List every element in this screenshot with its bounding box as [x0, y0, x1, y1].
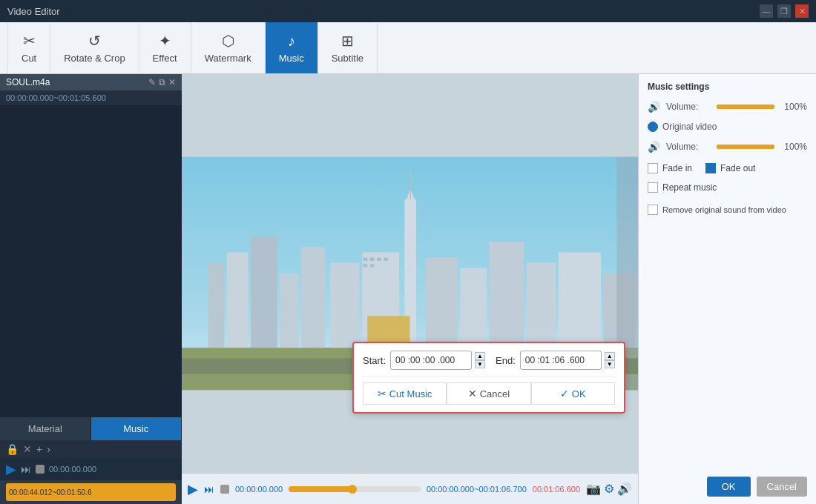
end-time-input[interactable]	[520, 351, 602, 370]
cut-music-dialog: Start: ▲ ▼ End:	[352, 342, 625, 414]
orig-vol-slider[interactable]	[717, 145, 774, 149]
vt-play-button[interactable]: ▶	[188, 481, 198, 497]
close-file-btn[interactable]: ✕	[168, 77, 176, 87]
video-preview: Start: ▲ ▼ End:	[182, 74, 638, 473]
end-time-spinner: ▲ ▼	[605, 352, 615, 368]
svg-rect-18	[363, 258, 368, 261]
left-stop-btn[interactable]	[36, 465, 45, 474]
edit-icon-btn[interactable]: ✎	[148, 77, 156, 87]
subtitle-icon: ⊞	[341, 32, 354, 50]
tab-music[interactable]: ♪ Music	[266, 22, 318, 73]
music-vol-icon: 🔊	[648, 101, 660, 113]
end-time-input-group: ▲ ▼	[520, 351, 615, 370]
vt-play2-button[interactable]: ⏭	[204, 483, 214, 495]
tab-cut-label: Cut	[22, 53, 36, 64]
vt-progress-fill	[289, 486, 352, 492]
vt-camera-icon[interactable]: 📷	[586, 482, 601, 496]
vt-start-time: 00:00:00.000	[235, 485, 283, 494]
cut-cancel-label: Cancel	[480, 388, 510, 399]
vt-progress-bar[interactable]	[289, 486, 421, 492]
vt-end-time: 00:01:06.600	[533, 485, 580, 494]
music-vol-pct: 100%	[780, 102, 807, 112]
music-vol-slider[interactable]	[717, 105, 774, 109]
svg-rect-15	[527, 263, 556, 348]
svg-rect-2	[208, 263, 224, 348]
repeat-music-row: Repeat music	[648, 182, 807, 193]
fade-in-checkbox[interactable]	[648, 163, 658, 173]
repeat-checkbox[interactable]	[648, 182, 658, 193]
restore-button[interactable]: ❒	[777, 4, 791, 18]
left-add-icon[interactable]: +	[36, 443, 42, 455]
svg-rect-12	[426, 258, 458, 348]
svg-rect-10	[330, 263, 359, 348]
vt-volume-icon[interactable]: 🔊	[617, 482, 632, 496]
left-step-btn[interactable]: ⏭	[21, 463, 31, 475]
tab-music-label: Music	[279, 53, 304, 64]
svg-rect-4	[251, 236, 277, 348]
vt-settings-icon[interactable]: ⚙	[604, 482, 614, 496]
end-time-down[interactable]: ▼	[605, 360, 615, 368]
fade-out-checkbox[interactable]	[705, 163, 716, 173]
cancel-button[interactable]: Cancel	[757, 477, 807, 497]
left-current-time: 00:00:00.000	[49, 465, 96, 474]
left-nav-icon[interactable]: ›	[47, 443, 50, 455]
material-tab-btn[interactable]: Material	[0, 417, 91, 440]
svg-rect-6	[301, 247, 325, 348]
orig-vol-label: Volume:	[666, 142, 711, 152]
music-tab-btn[interactable]: Music	[91, 417, 182, 440]
tab-cut[interactable]: ✂ Cut	[7, 22, 50, 73]
original-video-label: Original video	[662, 122, 717, 132]
start-time-input[interactable]	[390, 351, 472, 370]
copy-icon-btn[interactable]: ⧉	[159, 77, 165, 87]
cancel-icon: ✕	[468, 388, 477, 399]
minimize-button[interactable]: —	[760, 4, 773, 18]
timestamp-label: 00:00:00.000~00:01:05.600	[0, 90, 182, 105]
video-area: Start: ▲ ▼ End:	[182, 74, 638, 504]
vt-stop-button[interactable]	[220, 485, 229, 494]
tab-subtitle-label: Subtitle	[332, 53, 363, 64]
left-play-btn[interactable]: ▶	[6, 461, 16, 477]
tab-effect-label: Effect	[153, 53, 177, 64]
original-video-radio[interactable]	[648, 122, 658, 132]
svg-rect-19	[370, 258, 375, 261]
rotate-icon: ↺	[88, 32, 101, 50]
cut-cancel-button[interactable]: ✕ Cancel	[447, 382, 530, 405]
file-tab-icons: ✎ ⧉ ✕	[148, 77, 176, 87]
left-playback: ▶ ⏭ 00:00:00.000	[0, 458, 182, 480]
fade-in-label: Fade in	[662, 163, 692, 173]
cut-ok-button[interactable]: ✓ OK	[531, 382, 615, 405]
original-vol-row: 🔊 Volume: 100%	[648, 141, 807, 153]
start-time-up[interactable]: ▲	[475, 352, 485, 360]
tab-subtitle[interactable]: ⊞ Subtitle	[318, 22, 378, 73]
tab-effect[interactable]: ✦ Effect	[139, 22, 191, 73]
vt-progress-handle[interactable]	[348, 485, 357, 494]
left-lock-icon[interactable]: 🔒	[6, 443, 19, 455]
start-time-input-group: ▲ ▼	[390, 351, 485, 370]
scissors-icon: ✂	[378, 388, 386, 399]
window-controls: — ❒ ✕	[760, 4, 809, 18]
remove-original-checkbox[interactable]	[648, 205, 658, 215]
repeat-music-label: Repeat music	[662, 182, 717, 193]
music-vol-label: Volume:	[666, 102, 711, 112]
bottom-buttons: OK Cancel	[648, 477, 807, 497]
fade-out-label: Fade out	[720, 163, 755, 173]
start-time-down[interactable]: ▼	[475, 360, 485, 368]
left-delete-icon[interactable]: ✕	[23, 443, 32, 455]
close-button[interactable]: ✕	[795, 4, 809, 18]
check-icon: ✓	[560, 388, 569, 399]
orig-vol-fill	[717, 145, 774, 149]
tab-rotate[interactable]: ↺ Rotate & Crop	[50, 22, 139, 73]
left-track-area: 00:00:44.012~00:01:50.6	[0, 480, 182, 504]
cut-dialog-times: Start: ▲ ▼ End:	[363, 351, 615, 370]
tab-rotate-label: Rotate & Crop	[64, 53, 125, 64]
ok-button[interactable]: OK	[707, 477, 751, 497]
fade-in-row: Fade in Fade out	[648, 163, 807, 173]
end-time-up[interactable]: ▲	[605, 352, 615, 360]
toolbar: ✂ Cut ↺ Rotate & Crop ✦ Effect ⬡ Waterma…	[0, 22, 816, 74]
svg-rect-14	[490, 242, 524, 348]
tab-watermark[interactable]: ⬡ Watermark	[191, 22, 266, 73]
cut-ok-label: OK	[572, 388, 586, 399]
cut-music-button[interactable]: ✂ Cut Music	[363, 382, 447, 405]
orig-vol-icon: 🔊	[648, 141, 660, 153]
title-bar: Video Editor — ❒ ✕	[0, 0, 816, 22]
